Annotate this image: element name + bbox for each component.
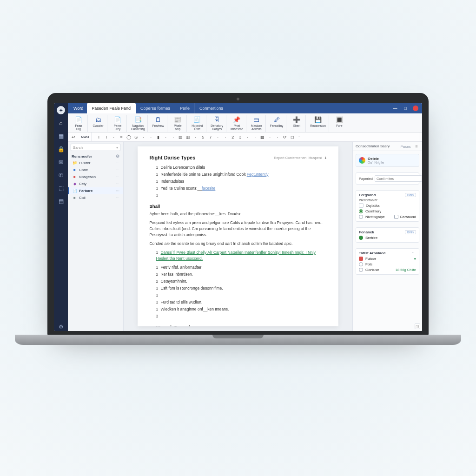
card2-row0: Sertrire: [365, 236, 377, 240]
side-panel: Consectinalen Sasry Pases ≡ Oelele: [352, 142, 422, 331]
card2-title: Fonanelı: [359, 230, 374, 234]
tab-1[interactable]: Coperse formes: [136, 103, 175, 113]
tab-3[interactable]: Conmertions: [195, 103, 228, 113]
radio-icon[interactable]: [359, 215, 363, 219]
panel-resize-icon[interactable]: ◲: [415, 324, 420, 329]
undo-icon[interactable]: ↩: [71, 134, 76, 140]
nav-item-more-icon[interactable]: ⋯: [116, 168, 119, 172]
fmt-control-27[interactable]: ⋯: [297, 134, 303, 140]
nav-item-more-icon[interactable]: ⋯: [116, 189, 119, 193]
fmt-control-6[interactable]: ·: [141, 134, 146, 140]
fmt-control-7[interactable]: ·: [148, 134, 154, 140]
panel-user-sub: Ou'riNrigife: [368, 161, 384, 164]
ribbon-btn-8[interactable]: 📌 Phet Imansnte: [230, 115, 244, 131]
rail-apps-icon[interactable]: ⬚: [57, 184, 65, 192]
rail-settings-icon[interactable]: ⚙: [57, 323, 65, 331]
ribbon-btn-7[interactable]: 🗄 Dertatory Dorges: [210, 115, 224, 131]
card3-chevron-icon[interactable]: ⌃: [410, 251, 416, 255]
nav-item-label: Cely: [79, 182, 86, 186]
fmt-control-4[interactable]: ◯: [126, 134, 132, 140]
nav-gear-icon[interactable]: ⚙: [116, 154, 119, 159]
rail-calendar-icon[interactable]: ▦: [57, 132, 65, 140]
nav-item-5[interactable]: ■ Coll ⋯: [68, 194, 123, 201]
document-viewport[interactable]: Repert Contermenen Muspent 1 Right Daris…: [124, 142, 352, 331]
fmt-control-13[interactable]: ·: [193, 134, 198, 140]
maximize-button[interactable]: □: [403, 106, 408, 111]
rail-grid-icon[interactable]: ▤: [57, 197, 65, 205]
ribbon-btn-6[interactable]: 🧾 Hopnind lutite: [190, 115, 204, 131]
fmt-control-1[interactable]: I: [104, 134, 109, 140]
tab-0[interactable]: Paseden Feale Fand: [87, 103, 136, 113]
ribbon-btn-2[interactable]: 📄 Peme Lrey: [111, 115, 125, 131]
panel-card-fonaneli: Fonanelı Bhin Sertrire: [356, 227, 419, 243]
checkbox-icon[interactable]: [394, 215, 398, 219]
ribbon-btn-12[interactable]: 💾 Reosnraton: [309, 115, 327, 128]
avatar[interactable]: ✦: [57, 106, 65, 114]
fmt-control-5[interactable]: G: [133, 134, 139, 140]
close-button[interactable]: [413, 106, 418, 111]
fmt-control-14[interactable]: 5: [200, 134, 206, 140]
rail-lock-icon[interactable]: 🔒: [57, 145, 65, 153]
nav-item-2[interactable]: ■ Nosgeson ⋯: [68, 173, 123, 180]
ribbon-btn-11[interactable]: ➕ Sheri: [290, 115, 304, 128]
radio-on-icon[interactable]: [359, 209, 363, 213]
nav-search[interactable]: Sarch ▾: [71, 144, 120, 151]
ribbon-btn-10[interactable]: 🖉 Fenratiiny: [269, 115, 284, 128]
rail-home-icon[interactable]: ⌂: [57, 119, 65, 127]
passrow-input[interactable]: [375, 175, 422, 182]
nav-item-3[interactable]: ◆ Cely ⋯: [68, 180, 123, 187]
fmt-control-16[interactable]: ·: [215, 134, 221, 140]
nav-item-more-icon[interactable]: ⋯: [116, 182, 119, 186]
ribbon-btn-13[interactable]: 🔳 Fore: [332, 115, 346, 128]
document-page: Repert Contermenen Muspent 1 Right Daris…: [138, 146, 339, 326]
fmt-control-9[interactable]: ·: [163, 134, 169, 140]
fmt-control-10[interactable]: ·: [171, 134, 176, 140]
fmt-control-21[interactable]: ·: [252, 134, 258, 140]
fmt-control-8[interactable]: ▮: [156, 134, 161, 140]
fmt-control-26[interactable]: ◻: [290, 134, 295, 140]
fmt-control-3[interactable]: ≡: [119, 134, 124, 140]
minimize-button[interactable]: —: [392, 106, 398, 111]
ribbon-btn-3[interactable]: 📑 Nagofon Canseting: [130, 115, 145, 131]
ribbon-icon: 🗂: [94, 115, 102, 124]
fmt-control-18[interactable]: 2: [230, 134, 236, 140]
ribbon-icon: 🗃: [252, 115, 261, 124]
fmt-control-22[interactable]: ▦: [260, 134, 265, 140]
card1-button[interactable]: Bhin: [405, 193, 416, 197]
ribbon-btn-1[interactable]: 🗂 Cusater: [91, 115, 105, 128]
fmt-control-11[interactable]: ▤: [178, 134, 184, 140]
app-window: ✦ ⌂ ▦ 🔒 ✉ ✆ ⬚ ▤ ⚙ Word Paseden Feale Fan…: [54, 103, 422, 331]
nav-item-4[interactable]: 📄 Farbare ⋯: [68, 187, 123, 194]
fmt-control-24[interactable]: ·: [275, 134, 280, 140]
nav-item-0[interactable]: 📁 Fusiter ⋯: [68, 159, 123, 166]
nav-item-more-icon[interactable]: ⋯: [116, 196, 119, 200]
ribbon-label: Fenratiiny: [270, 124, 284, 127]
radio-icon[interactable]: [359, 262, 363, 266]
fmt-control-20[interactable]: ·: [245, 134, 251, 140]
ribbon-btn-4[interactable]: 🗒 Frevirew: [151, 115, 165, 128]
nav-item-1[interactable]: ■ Cone ⋯: [68, 166, 123, 173]
tab-2[interactable]: Perle: [175, 103, 195, 113]
fmt-control-23[interactable]: ·: [267, 134, 273, 140]
nav-item-icon: ◆: [73, 182, 77, 186]
fmt-control-15[interactable]: 7: [208, 134, 213, 140]
panel-menu-icon[interactable]: ≡: [414, 144, 419, 149]
nav-item-icon: 📄: [73, 189, 77, 193]
ribbon-btn-5[interactable]: 📰 Phele haip: [171, 115, 185, 131]
rail-chat-icon[interactable]: ✉: [57, 158, 65, 166]
chip-icon[interactable]: [359, 203, 364, 208]
nav-item-more-icon[interactable]: ⋯: [116, 175, 119, 179]
nav-item-more-icon[interactable]: ⋯: [116, 161, 119, 165]
font-name[interactable]: NwU: [81, 135, 89, 139]
fmt-control-17[interactable]: ·: [223, 134, 228, 140]
fmt-control-0[interactable]: T: [96, 134, 102, 140]
rail-phone-icon[interactable]: ✆: [57, 171, 65, 179]
fmt-control-25[interactable]: ⟳: [282, 134, 288, 140]
ribbon-btn-9[interactable]: 🗃 Mastore Advens: [250, 115, 264, 131]
fmt-control-2[interactable]: ·: [111, 134, 117, 140]
ribbon-btn-0[interactable]: 📄 Fean Dig: [72, 115, 86, 131]
card2-button[interactable]: Bhin: [405, 230, 416, 234]
fmt-control-19[interactable]: 3: [238, 134, 243, 140]
fmt-control-12[interactable]: ▥: [185, 134, 191, 140]
radio-icon[interactable]: [359, 268, 363, 272]
